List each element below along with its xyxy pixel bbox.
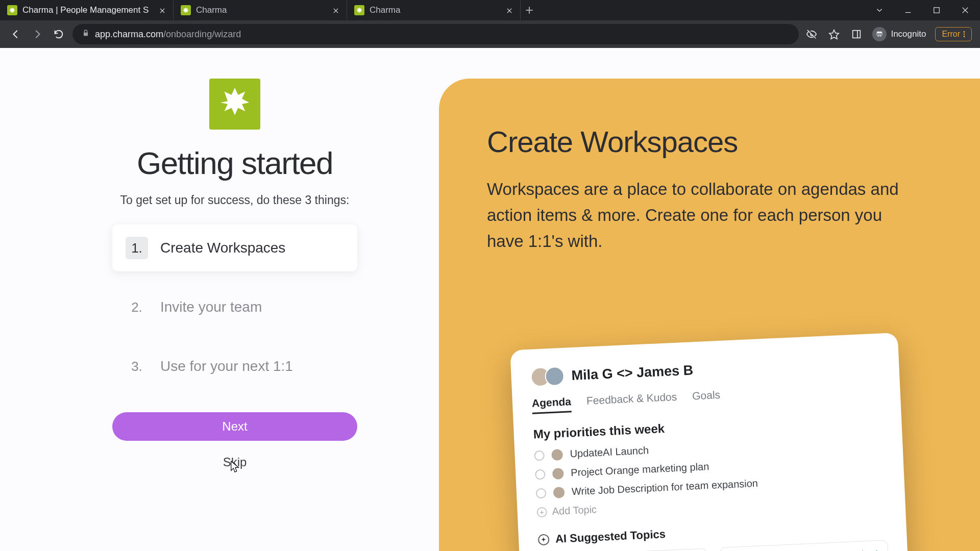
step-label: Use for your next 1:1	[160, 358, 293, 374]
minimize-icon[interactable]	[903, 6, 913, 15]
page-content: Getting started To get set up for succes…	[0, 48, 980, 551]
preview-item-label: Write Job Description for team expansion	[571, 478, 758, 498]
next-button[interactable]: Next	[112, 412, 357, 441]
checkbox-icon	[534, 450, 545, 461]
svg-rect-9	[934, 8, 940, 13]
side-panel-icon[interactable]	[850, 28, 863, 41]
tab-title: Charma	[196, 5, 327, 15]
check-circle-icon: ✓	[871, 547, 880, 551]
tab-title: Charma | People Management S	[22, 5, 154, 15]
incognito-indicator[interactable]: Incognito	[872, 27, 926, 41]
close-icon[interactable]	[159, 7, 166, 14]
preview-tab-feedback: Feedback & Kudos	[586, 391, 677, 412]
ai-suggestion-card: Discuss the macro environment ✓	[719, 540, 889, 551]
star-icon[interactable]	[827, 28, 841, 41]
app-logo-icon	[209, 79, 260, 130]
step-item-invite-team[interactable]: 2. Invite your team	[112, 284, 357, 331]
workspace-preview-card: Mila G <> James B Agenda Feedback & Kudo…	[510, 333, 909, 551]
error-label: Error	[942, 30, 960, 39]
close-window-icon[interactable]	[961, 6, 970, 15]
step-number: 1.	[126, 237, 148, 259]
preview-tab-agenda: Agenda	[531, 395, 571, 414]
svg-marker-12	[829, 30, 839, 39]
step-item-create-workspaces[interactable]: 1. Create Workspaces	[112, 224, 357, 271]
maximize-icon[interactable]	[932, 6, 941, 15]
checkbox-icon	[536, 488, 547, 498]
panel-title: Create Workspaces	[487, 124, 970, 159]
panel-description: Workspaces are a place to collaborate on…	[487, 176, 916, 254]
plus-circle-icon: +	[536, 507, 547, 517]
close-icon[interactable]	[506, 7, 513, 14]
tabs-overview-icon[interactable]	[875, 6, 884, 15]
steps-list: 1. Create Workspaces 2. Invite your team…	[112, 224, 357, 390]
close-icon[interactable]	[332, 7, 339, 14]
preview-title: Mila G <> James B	[571, 362, 694, 384]
window-controls	[875, 6, 980, 15]
onboarding-right-panel: Create Workspaces Workspaces are a place…	[439, 79, 980, 551]
step-label: Create Workspaces	[160, 240, 285, 256]
skip-button[interactable]: Skip	[223, 455, 247, 469]
forward-button[interactable]	[30, 27, 45, 42]
ai-suggestion-card: ✓	[539, 548, 708, 551]
page-subtitle: To get set up for success, do these 3 th…	[120, 193, 350, 207]
new-tab-button[interactable]	[521, 5, 538, 15]
checkbox-icon	[535, 469, 546, 480]
lock-icon	[82, 29, 90, 40]
favicon-icon	[354, 5, 364, 15]
favicon-icon	[7, 5, 17, 15]
avatar-icon	[553, 486, 565, 498]
tab-title: Charma	[370, 5, 501, 15]
step-number: 2.	[126, 296, 148, 318]
favicon-icon	[181, 5, 191, 15]
avatar-icon	[551, 449, 563, 461]
preview-tabs: Agenda Feedback & Kudos Goals	[531, 382, 881, 414]
ai-section-label: AI Suggested Topics	[555, 528, 666, 546]
preview-item-label: Project Orange marketing plan	[571, 461, 709, 479]
sparkle-icon: ✦	[538, 534, 550, 545]
browser-tab[interactable]: Charma | People Management S	[0, 1, 174, 20]
eye-off-icon[interactable]	[805, 28, 818, 41]
step-label: Invite your team	[160, 299, 262, 315]
step-number: 3.	[126, 355, 148, 378]
ai-suggestion-text: Discuss the macro environment	[728, 548, 865, 551]
onboarding-left-pane: Getting started To get set up for succes…	[92, 48, 378, 551]
url-text: app.charma.com/onboarding/wizard	[95, 29, 241, 40]
back-button[interactable]	[8, 27, 23, 42]
browser-tab[interactable]: Charma	[174, 1, 347, 20]
avatar-pair-icon	[530, 366, 565, 387]
svg-rect-13	[853, 31, 861, 38]
browser-tab[interactable]: Charma	[347, 1, 521, 20]
avatar-icon	[552, 467, 564, 479]
menu-dots-icon	[963, 31, 965, 38]
incognito-icon	[872, 27, 887, 41]
preview-item-label: UpdateAI Launch	[570, 444, 649, 460]
add-topic-label: Add Topic	[552, 504, 597, 517]
error-chip[interactable]: Error	[935, 27, 972, 41]
reload-button[interactable]	[51, 27, 66, 42]
page-title: Getting started	[137, 145, 333, 181]
browser-toolbar: app.charma.com/onboarding/wizard Incogni…	[0, 20, 980, 48]
address-bar[interactable]: app.charma.com/onboarding/wizard	[72, 24, 799, 44]
step-item-use-next-1on1[interactable]: 3. Use for your next 1:1	[112, 343, 357, 390]
incognito-label: Incognito	[891, 29, 926, 39]
preview-tab-goals: Goals	[692, 389, 721, 407]
browser-tabbar: Charma | People Management S Charma Char…	[0, 0, 980, 20]
